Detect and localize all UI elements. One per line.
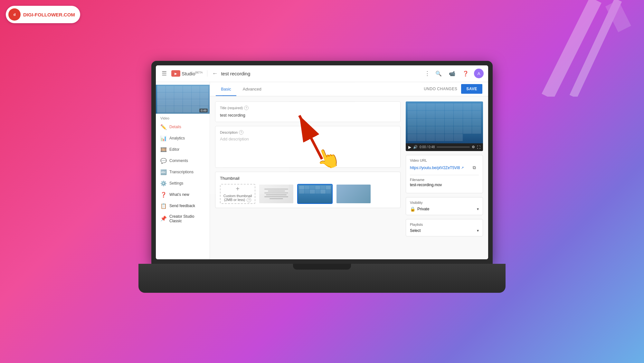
svg-marker-4 xyxy=(605,0,631,32)
video-thumbnail-area xyxy=(406,101,483,143)
laptop-screen: ☰ StudioBETA ← test recording ⋮ 🔍 📹 xyxy=(151,61,493,264)
laptop: ☰ StudioBETA ← test recording ⋮ 🔍 📹 xyxy=(151,61,493,293)
svg-text:d: d xyxy=(14,13,16,16)
digi-follower-badge: d DIGI-FOLLOWER.COM xyxy=(6,6,80,23)
bg-decoration xyxy=(483,0,644,97)
yt-studio-app: ☰ StudioBETA ← test recording ⋮ 🔍 📹 xyxy=(156,65,488,259)
thumbnail-options: + Custom thumbnail (2MB or less) ? xyxy=(220,184,396,204)
main-content: Basic Advanced UNDO CHANGES SAVE xyxy=(210,82,488,259)
digi-icon: d xyxy=(8,8,21,21)
laptop-base xyxy=(138,264,506,293)
yt-body: 0:49 Video ✏️ Details 📊 Analytics xyxy=(156,82,488,259)
svg-line-3 xyxy=(573,0,618,97)
thumbnail-section: Thumbnail + Custom thumbnail (2M xyxy=(215,172,401,208)
screen-inner: ☰ StudioBETA ← test recording ⋮ 🔍 📹 xyxy=(156,65,488,259)
laptop-hinge xyxy=(293,264,351,270)
thumbnail-option-3[interactable] xyxy=(336,184,371,204)
digi-text: DIGI-FOLLOWER.COM xyxy=(23,12,75,17)
left-panel: Title (required) ? Description xyxy=(215,101,401,236)
svg-line-2 xyxy=(547,0,596,97)
panels: Title (required) ? Description xyxy=(210,96,488,242)
